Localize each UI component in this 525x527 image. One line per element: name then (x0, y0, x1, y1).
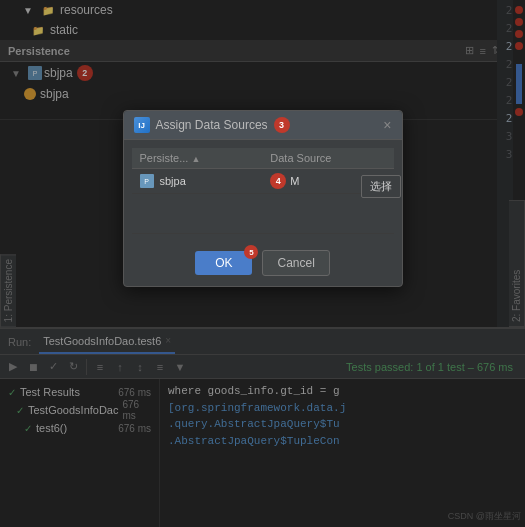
cancel-button[interactable]: Cancel (262, 250, 329, 276)
table-row[interactable]: P sbjpa 4 M 选择 (132, 169, 394, 194)
badge-5: 5 (244, 245, 258, 259)
badge-3: 3 (274, 117, 290, 133)
dialog-overlay: IJ Assign Data Sources 3 × Persiste... ▲… (0, 0, 525, 527)
ok-button[interactable]: OK 5 (195, 251, 252, 275)
col-datasource[interactable]: Data Source (262, 148, 393, 169)
dialog-body: Persiste... ▲ Data Source P sbjp (124, 140, 402, 242)
datasource-table: Persiste... ▲ Data Source P sbjp (132, 148, 394, 234)
assign-datasources-dialog: IJ Assign Data Sources 3 × Persiste... ▲… (123, 110, 403, 287)
sort-asc-icon: ▲ (191, 154, 200, 164)
datasource-cell[interactable]: 4 M 选择 (262, 169, 393, 194)
dialog-title-area: IJ Assign Data Sources 3 (134, 117, 290, 133)
datasource-tooltip: 选择 (361, 175, 401, 198)
datasource-value: M (290, 175, 299, 187)
col-persistence[interactable]: Persiste... ▲ (132, 148, 263, 169)
dialog-logo-icon: IJ (134, 117, 150, 133)
badge-4: 4 (270, 173, 286, 189)
persistence-cell-icon: P (140, 174, 154, 188)
dialog-footer: OK 5 Cancel (124, 242, 402, 286)
empty-row (132, 194, 394, 234)
persistence-cell-text: sbjpa (160, 175, 186, 187)
dialog-title: Assign Data Sources (156, 118, 268, 132)
dialog-header: IJ Assign Data Sources 3 × (124, 111, 402, 140)
persistence-cell: P sbjpa (132, 169, 263, 194)
dialog-close-button[interactable]: × (383, 118, 391, 132)
